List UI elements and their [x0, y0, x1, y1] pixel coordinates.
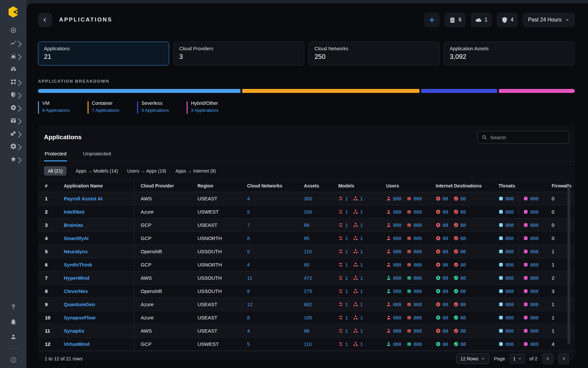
threat-detections-count-link[interactable]: 888: [505, 315, 514, 320]
stat-card-cloud-providers[interactable]: Cloud Providers 3: [173, 42, 305, 65]
model-versions-count-link[interactable]: 1: [345, 302, 348, 307]
deployed-models-count-link[interactable]: 1: [360, 222, 363, 228]
threat-detections-count-link[interactable]: 888: [505, 302, 514, 307]
agents-count-link[interactable]: 888: [414, 222, 422, 228]
allowed-destinations-count-link[interactable]: 88: [460, 288, 466, 294]
users-count-link[interactable]: 888: [393, 209, 401, 215]
assets-link[interactable]: 200: [304, 209, 312, 215]
help-icon[interactable]: ?: [11, 303, 15, 310]
blocked-destinations-count-link[interactable]: 88: [443, 341, 448, 347]
stat-card-applications[interactable]: Applications 21: [38, 42, 169, 65]
threat-detections-count-link[interactable]: 888: [505, 249, 514, 254]
cloud-networks-link[interactable]: 8: [247, 315, 250, 320]
deployed-models-count-link[interactable]: 1: [360, 341, 363, 347]
model-versions-count-link[interactable]: 1: [345, 328, 348, 334]
back-button[interactable]: [38, 13, 52, 27]
sidebar-expand-icon[interactable]: [10, 356, 17, 363]
tab-unprotected[interactable]: Unprotected: [82, 148, 111, 161]
users-count-link[interactable]: 888: [393, 196, 401, 201]
blocked-destinations-count-link[interactable]: 88: [443, 235, 448, 241]
deployed-models-count-link[interactable]: 1: [360, 196, 363, 201]
sidebar-item-discover-icon[interactable]: [6, 65, 20, 72]
users-count-link[interactable]: 888: [393, 249, 401, 254]
blocked-destinations-count-link[interactable]: 88: [443, 209, 448, 215]
shields-badge-button[interactable]: 4: [497, 13, 518, 27]
users-count-link[interactable]: 888: [393, 262, 401, 267]
blocked-destinations-count-link[interactable]: 88: [443, 196, 448, 201]
agents-count-link[interactable]: 888: [414, 196, 422, 201]
users-count-link[interactable]: 888: [393, 302, 401, 307]
sidebar-item-app-window-icon[interactable]: [6, 117, 20, 124]
cloud-networks-link[interactable]: 4: [247, 196, 250, 201]
breakdown-segment-severless[interactable]: [421, 89, 497, 93]
allowed-destinations-count-link[interactable]: 88: [460, 341, 466, 347]
filter-chip-all[interactable]: All (21): [44, 166, 66, 176]
column-header-cloud-networks[interactable]: Cloud Networks: [241, 180, 299, 192]
assets-link[interactable]: 95: [304, 235, 310, 241]
search-box[interactable]: [477, 131, 569, 143]
allowed-destinations-count-link[interactable]: 88: [460, 209, 466, 215]
column-header-firewalls[interactable]: Firewalls: [542, 180, 570, 192]
threat-alerts-count-link[interactable]: 888: [530, 235, 538, 241]
assets-link[interactable]: 682: [304, 302, 312, 307]
threat-alerts-count-link[interactable]: 888: [530, 315, 538, 320]
assets-link[interactable]: 89: [304, 222, 310, 228]
users-count-link[interactable]: 888: [393, 341, 401, 347]
allowed-destinations-count-link[interactable]: 88: [460, 249, 466, 254]
user-profile-icon[interactable]: [10, 333, 17, 340]
agents-count-link[interactable]: 888: [414, 262, 422, 267]
allowed-destinations-count-link[interactable]: 88: [460, 262, 466, 267]
stat-card-cloud-networks[interactable]: Cloud Networks 250: [309, 42, 440, 65]
deployed-models-count-link[interactable]: 1: [360, 235, 363, 241]
cloud-networks-link[interactable]: 8: [247, 288, 250, 294]
deployed-models-count-link[interactable]: 1: [360, 209, 363, 215]
time-range-dropdown[interactable]: Past 24 Hours: [523, 13, 575, 27]
threat-alerts-count-link[interactable]: 888: [530, 249, 538, 254]
agents-count-link[interactable]: 888: [414, 235, 422, 241]
breakdown-segment-hybrid-other[interactable]: [499, 89, 575, 93]
application-name-link[interactable]: Brainiac: [64, 222, 83, 228]
threat-detections-count-link[interactable]: 888: [505, 235, 514, 241]
threat-detections-count-link[interactable]: 888: [505, 288, 514, 294]
page-number-select[interactable]: 1: [510, 354, 525, 363]
allowed-destinations-count-link[interactable]: 88: [460, 222, 466, 228]
search-input[interactable]: [490, 135, 565, 140]
sidebar-item-services-icon[interactable]: [6, 78, 20, 85]
legend-count-link[interactable]: 3 Applications: [191, 108, 218, 113]
cloud-networks-link[interactable]: 12: [247, 302, 253, 307]
agents-count-link[interactable]: 888: [414, 328, 422, 334]
users-count-link[interactable]: 888: [393, 222, 401, 228]
column-header-models[interactable]: Models: [327, 180, 375, 192]
users-count-link[interactable]: 888: [393, 315, 401, 320]
model-versions-count-link[interactable]: 1: [345, 341, 348, 347]
assets-link[interactable]: 472: [304, 275, 312, 281]
allowed-destinations-count-link[interactable]: 88: [460, 315, 466, 320]
threat-detections-count-link[interactable]: 888: [505, 341, 514, 347]
filter-chip-users-apps[interactable]: Users → Apps (19): [127, 166, 166, 176]
threat-detections-count-link[interactable]: 888: [505, 196, 514, 201]
blocked-destinations-count-link[interactable]: 88: [443, 302, 448, 307]
application-name-link[interactable]: SmartifyAI: [64, 235, 89, 241]
clouds-badge-button[interactable]: 1: [471, 13, 492, 27]
allowed-destinations-count-link[interactable]: 88: [460, 302, 466, 307]
sidebar-item-monitoring-icon[interactable]: [6, 39, 20, 47]
agents-count-link[interactable]: 888: [414, 288, 422, 294]
application-name-link[interactable]: CleverNex: [64, 288, 88, 294]
assets-link[interactable]: 100: [304, 315, 312, 320]
model-versions-count-link[interactable]: 1: [345, 288, 348, 294]
filter-chip-apps-models[interactable]: Apps → Models (14): [76, 166, 118, 176]
threat-alerts-count-link[interactable]: 888: [530, 222, 538, 228]
blocked-destinations-count-link[interactable]: 88: [443, 222, 448, 228]
threat-alerts-count-link[interactable]: 888: [530, 288, 538, 294]
cloud-networks-link[interactable]: 5: [247, 249, 250, 254]
blocked-destinations-count-link[interactable]: 88: [443, 249, 448, 254]
model-versions-count-link[interactable]: 1: [345, 222, 348, 228]
application-name-link[interactable]: SynapseFlow: [64, 315, 95, 320]
allowed-destinations-count-link[interactable]: 88: [460, 196, 466, 201]
assets-link[interactable]: 275: [304, 288, 312, 294]
sidebar-item-radar-icon[interactable]: [6, 26, 20, 34]
deployed-models-count-link[interactable]: 1: [360, 275, 363, 281]
legend-count-link[interactable]: 8 Applications: [42, 108, 70, 113]
tab-protected[interactable]: Protected: [44, 148, 67, 161]
cloud-networks-link[interactable]: 5: [247, 341, 250, 347]
